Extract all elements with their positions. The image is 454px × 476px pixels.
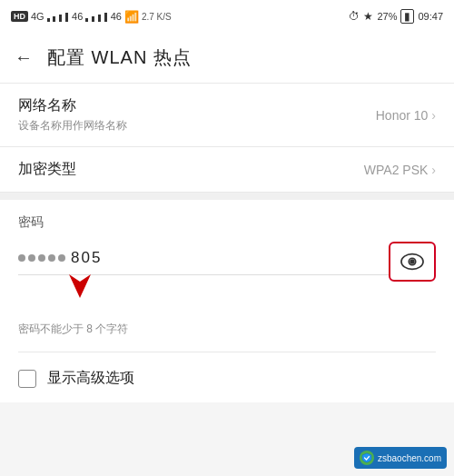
- advanced-options-row: 显示高级选项: [0, 354, 454, 402]
- signal-bars: [47, 12, 69, 22]
- password-dots: [18, 254, 65, 262]
- password-input-row: 805: [18, 242, 436, 282]
- password-hint: 密码不能少于 8 个字符: [18, 322, 436, 337]
- signal-bars2: [85, 12, 107, 22]
- password-visible-text: 805: [71, 249, 102, 267]
- password-section: 密码 805: [0, 200, 454, 352]
- network-name-left: 网络名称 设备名称用作网络名称: [18, 96, 127, 134]
- watermark-shield-icon: [360, 451, 374, 465]
- watermark-text: zsbaochen.com: [378, 453, 441, 463]
- encryption-left: 加密类型: [18, 160, 76, 179]
- page-title: 配置 WLAN 热点: [47, 45, 192, 70]
- bluetooth-icon: ★: [363, 10, 373, 23]
- encryption-value: WPA2 PSK: [364, 163, 429, 177]
- network1-icon: 4G: [31, 11, 44, 22]
- wifi-icon: 📶: [124, 10, 139, 24]
- back-button[interactable]: ←: [15, 47, 33, 68]
- encryption-row[interactable]: 加密类型 WPA2 PSK ›: [0, 147, 454, 193]
- eye-icon: [400, 253, 424, 271]
- network-name-right: Honor 10 ›: [376, 108, 436, 123]
- advanced-options-checkbox[interactable]: [18, 370, 36, 388]
- red-arrow-container: [64, 269, 96, 305]
- status-left: HD 4G 46 46 📶 2.7 K/S: [11, 10, 172, 24]
- password-display: 805: [18, 249, 389, 267]
- svg-marker-0: [69, 274, 91, 298]
- dot1: [18, 254, 25, 262]
- status-right: ⏱ ★ 27% ▮ 09:47: [349, 9, 443, 24]
- content-area: 网络名称 设备名称用作网络名称 Honor 10 › 加密类型 WPA2 PSK…: [0, 84, 454, 402]
- dot3: [38, 254, 45, 262]
- dot5: [58, 254, 65, 262]
- password-label: 密码: [18, 214, 436, 231]
- dot4: [48, 254, 55, 262]
- encryption-right: WPA2 PSK ›: [364, 163, 436, 177]
- battery-percent: 27%: [377, 11, 397, 22]
- network-name-subtitle: 设备名称用作网络名称: [18, 118, 127, 134]
- encryption-chevron: ›: [431, 163, 436, 177]
- advanced-options-label: 显示高级选项: [47, 369, 134, 388]
- section-line-divider: [18, 352, 436, 352]
- password-field-wrapper[interactable]: 805: [18, 249, 389, 275]
- network-name-title: 网络名称: [18, 96, 127, 115]
- dot2: [28, 254, 35, 262]
- time-label: 09:47: [418, 11, 443, 22]
- section-divider: [0, 193, 454, 200]
- encryption-title: 加密类型: [18, 160, 76, 179]
- network2-label: 46: [72, 11, 83, 22]
- speed-label: 2.7 K/S: [142, 12, 172, 22]
- battery-icon: ▮: [400, 9, 414, 24]
- svg-point-3: [410, 260, 414, 263]
- network-name-value: Honor 10: [376, 108, 429, 123]
- alarm-icon: ⏱: [349, 10, 360, 23]
- hd-badge: HD: [11, 11, 28, 22]
- network3-label: 46: [111, 11, 122, 22]
- red-arrow-icon: [64, 269, 96, 302]
- network-name-chevron: ›: [431, 108, 436, 123]
- password-visibility-toggle[interactable]: [389, 242, 436, 282]
- status-bar: HD 4G 46 46 📶 2.7 K/S ⏱ ★ 27% ▮ 09:47: [0, 0, 454, 33]
- network-name-row[interactable]: 网络名称 设备名称用作网络名称 Honor 10 ›: [0, 84, 454, 147]
- page-header: ← 配置 WLAN 热点: [0, 33, 454, 84]
- watermark: zsbaochen.com: [354, 447, 447, 469]
